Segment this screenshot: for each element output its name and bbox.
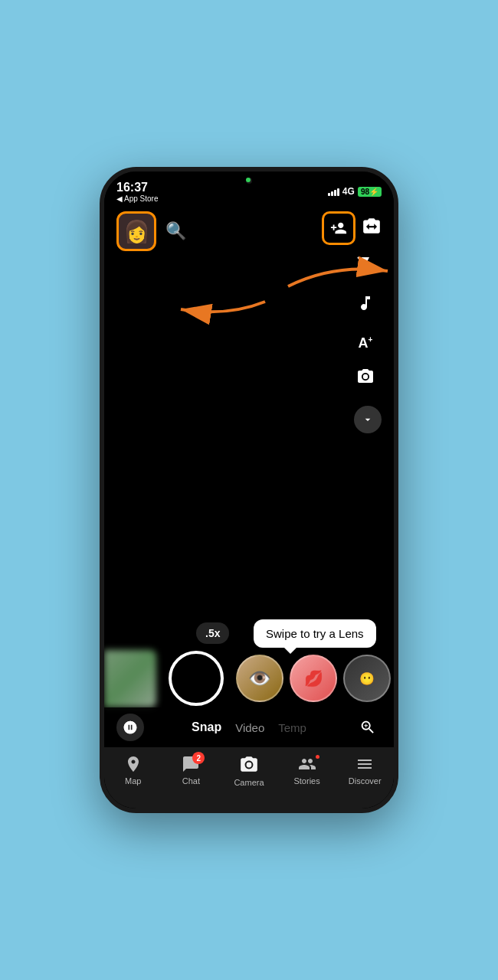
battery-indicator: 98⚡: [358, 187, 382, 197]
svg-point-4: [247, 763, 252, 768]
status-right: 4G 98⚡: [328, 186, 382, 197]
flash-off-button[interactable]: [354, 256, 377, 279]
status-bar: 16:37 ◀ App Store 4G 98⚡: [104, 172, 394, 205]
chat-badge: 2: [192, 752, 205, 764]
chat-label: Chat: [182, 776, 200, 786]
lens-strip: 👁️ 💋 😶: [104, 648, 394, 709]
lens-thumbnail-3[interactable]: 😶: [343, 655, 391, 702]
signal-bar-1: [328, 193, 330, 196]
map-icon: [124, 755, 143, 773]
signal-bar-3: [334, 190, 336, 196]
temp-mode-tab[interactable]: Temp: [278, 721, 306, 734]
avatar-button[interactable]: 👩: [116, 211, 156, 251]
signal-bars: [328, 187, 339, 196]
search-lens-button[interactable]: [354, 714, 382, 741]
right-toolbar: A+: [354, 256, 382, 433]
snap-mode-tab[interactable]: Snap: [192, 720, 221, 734]
top-left-controls: 👩 🔍: [116, 211, 186, 251]
mode-bar: Snap Video Temp: [104, 707, 394, 747]
phone-frame: 16:37 ◀ App Store 4G 98⚡ 👩 🔍: [100, 167, 398, 813]
sticker-button[interactable]: [116, 714, 144, 741]
nav-map[interactable]: Map: [104, 755, 162, 786]
map-label: Map: [125, 776, 141, 786]
video-mode-tab[interactable]: Video: [235, 721, 264, 734]
flip-camera-button[interactable]: [362, 216, 382, 240]
network-label: 4G: [342, 186, 355, 197]
status-time: 16:37: [116, 181, 158, 194]
stories-label: Stories: [293, 776, 319, 786]
ai-text-button[interactable]: A+: [354, 332, 377, 352]
camera-roll-button[interactable]: [354, 368, 377, 390]
mode-tabs: Snap Video Temp: [150, 720, 348, 734]
bottom-navigation: Map 2 Chat Camera Stories: [104, 747, 394, 808]
svg-point-1: [363, 374, 368, 379]
signal-bar-2: [331, 191, 333, 196]
more-options-button[interactable]: [354, 406, 382, 433]
speed-button[interactable]: .5x: [196, 622, 229, 644]
front-camera-dot: [246, 178, 252, 184]
back-arrow-icon: ◀: [116, 194, 123, 203]
discover-label: Discover: [349, 776, 382, 786]
swipe-lens-tooltip: Swipe to try a Lens: [254, 619, 376, 648]
stories-icon: [298, 755, 316, 773]
search-button[interactable]: 🔍: [165, 221, 186, 241]
lens-thumbnail-2[interactable]: 💋: [290, 655, 337, 702]
status-left: 16:37 ◀ App Store: [116, 181, 158, 203]
music-button[interactable]: [354, 294, 377, 317]
recording-indicator: [246, 178, 251, 182]
add-friend-button[interactable]: [322, 211, 355, 245]
stories-dot: [316, 755, 319, 759]
nav-stories[interactable]: Stories: [278, 755, 336, 786]
capture-button[interactable]: [169, 651, 224, 706]
camera-label: Camera: [234, 778, 264, 787]
lens-preview-thumbnail[interactable]: [104, 650, 156, 707]
speed-label: .5x: [205, 627, 220, 639]
nav-camera[interactable]: Camera: [220, 755, 278, 787]
flip-camera-icon: [362, 216, 382, 236]
lens-thumbnail-1[interactable]: 👁️: [236, 655, 283, 702]
camera-icon: [239, 755, 259, 775]
nav-discover[interactable]: Discover: [336, 755, 394, 786]
discover-icon: [355, 755, 374, 773]
add-friend-icon: [330, 220, 347, 237]
tooltip-text: Swipe to try a Lens: [266, 627, 364, 640]
avatar-image: 👩: [119, 214, 154, 249]
app-store-label: ◀ App Store: [116, 194, 158, 203]
top-right-controls: [322, 211, 382, 245]
signal-bar-4: [337, 188, 339, 196]
nav-chat[interactable]: 2 Chat: [162, 755, 221, 786]
